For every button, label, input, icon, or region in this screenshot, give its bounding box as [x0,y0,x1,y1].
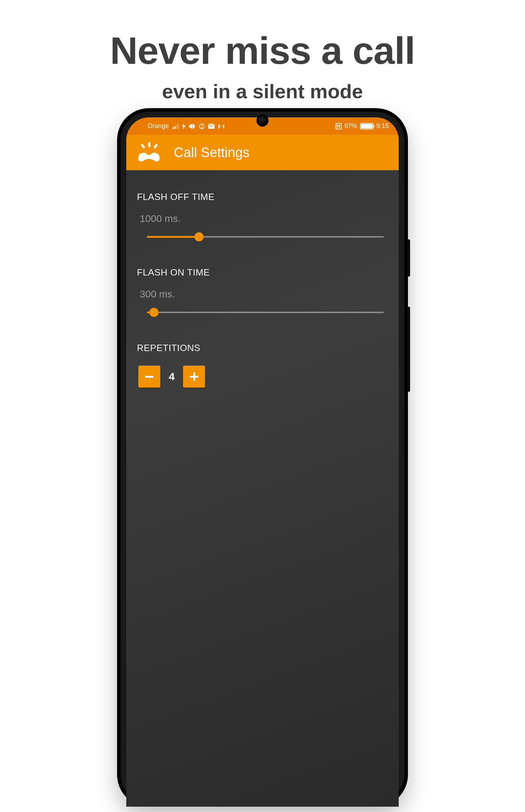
phone-screen: Orange [126,117,399,807]
flash-on-slider[interactable] [147,307,384,318]
flash-off-label: FLASH OFF TIME [137,191,388,202]
slider-thumb-icon[interactable] [149,308,159,317]
flash-off-value: 1000 ms. [140,213,388,224]
charging-icon [182,123,186,129]
svg-rect-4 [141,144,145,149]
flash-on-value: 300 ms. [140,289,388,300]
svg-rect-3 [148,142,150,147]
clock-label: 9:15 [376,122,389,130]
phone-camera-notch [256,115,269,127]
flash-off-slider[interactable] [147,232,384,242]
flash-on-label: FLASH ON TIME [137,267,388,278]
decrement-button[interactable] [138,366,160,388]
nfc-icon: N [336,123,342,129]
phone-mock: Orange [117,108,408,807]
flash-on-call-icon [135,141,163,163]
section-repetitions: REPETITIONS 4 [137,343,388,388]
app-bar: Call Settings [126,135,399,170]
repetitions-stepper: 4 [138,366,388,388]
section-flash-off-time: FLASH OFF TIME 1000 ms. [137,191,388,242]
increment-button[interactable] [183,366,205,388]
battery-percent: 97% [344,122,357,130]
battery-icon [360,123,374,129]
phone-side-button-volume [407,307,410,392]
svg-rect-6 [145,376,154,378]
repetitions-label: REPETITIONS [137,343,388,354]
carrier-label: Orange [148,122,169,130]
svg-rect-8 [193,372,195,381]
slider-thumb-icon[interactable] [194,232,204,241]
settings-content: FLASH OFF TIME 1000 ms. FLASH ON TIME 30… [126,170,399,807]
signal-icon [172,123,178,129]
promo-headline-block: Never miss a call even in a silent mode [0,0,525,103]
app-notif-icon-1 [199,123,205,129]
section-flash-on-time: FLASH ON TIME 300 ms. [137,267,388,318]
repetitions-value: 4 [168,371,175,383]
volume-icon [189,123,195,129]
minus-icon [144,371,155,382]
svg-point-1 [201,125,203,126]
mail-notif-icon [208,124,215,129]
page-title: Call Settings [174,145,249,160]
phone-side-button-power [407,239,410,277]
plus-icon [188,371,200,382]
svg-rect-5 [154,144,158,149]
promo-subhead: even in a silent mode [0,80,525,103]
promo-headline: Never miss a call [0,28,525,73]
gmail-icon [218,124,225,129]
